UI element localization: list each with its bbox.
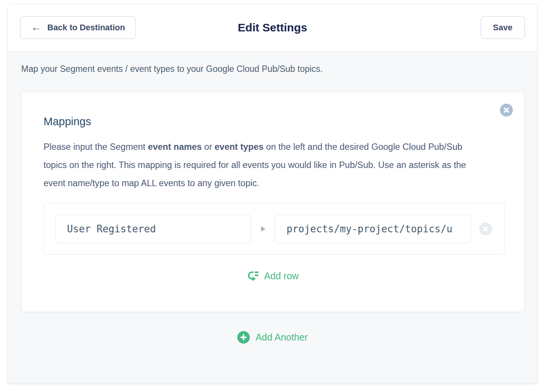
topic-input[interactable] xyxy=(275,215,471,243)
settings-body: Map your Segment events / event types to… xyxy=(8,51,537,383)
x-glyph xyxy=(503,107,510,114)
add-another-button[interactable]: Add Another xyxy=(21,331,524,344)
add-another-label: Add Another xyxy=(255,332,308,343)
arrow-left-icon: ← xyxy=(31,22,41,33)
event-name-input[interactable] xyxy=(55,215,251,243)
save-button[interactable]: Save xyxy=(481,16,525,39)
card-title: Mappings xyxy=(44,115,502,128)
desc-segment: or xyxy=(202,142,215,152)
x-glyph xyxy=(483,226,489,232)
back-button-label: Back to Destination xyxy=(47,23,125,33)
desc-bold-event-types: event types xyxy=(215,142,263,152)
card-close-icon[interactable] xyxy=(500,104,513,117)
mapping-row xyxy=(44,203,505,255)
remove-row-icon[interactable] xyxy=(479,222,492,235)
add-row-button[interactable]: Add row xyxy=(44,270,502,282)
insert-row-icon xyxy=(247,270,259,282)
plus-circle-icon xyxy=(237,331,250,344)
add-row-label: Add row xyxy=(264,271,299,282)
mapping-arrow-icon xyxy=(251,226,275,232)
card-description: Please input the Segment event names or … xyxy=(44,138,486,192)
header-bar: ← Back to Destination Edit Settings Save xyxy=(8,4,537,51)
desc-bold-event-names: event names xyxy=(148,142,202,152)
desc-segment: Please input the Segment xyxy=(44,142,148,152)
mappings-card: Mappings Please input the Segment event … xyxy=(21,92,525,312)
settings-panel: ← Back to Destination Edit Settings Save… xyxy=(8,4,537,383)
intro-text: Map your Segment events / event types to… xyxy=(21,63,524,75)
back-to-destination-button[interactable]: ← Back to Destination xyxy=(20,16,136,39)
